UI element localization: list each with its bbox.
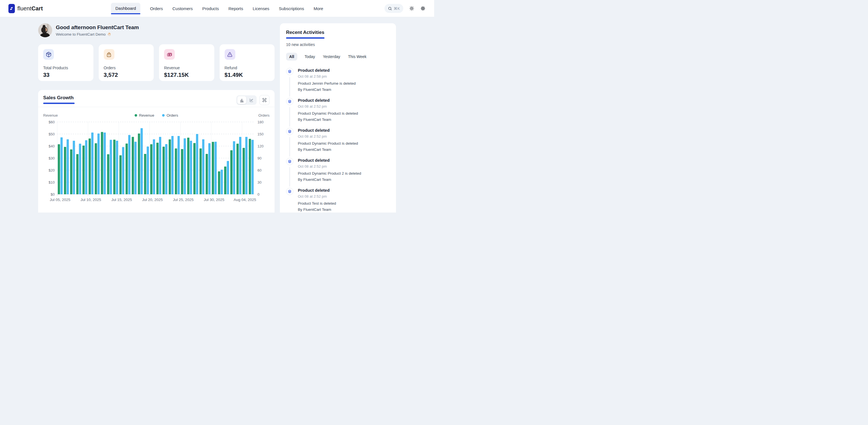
activity-title: Product deleted [298, 188, 336, 193]
brand-name: fluentCart [18, 5, 43, 12]
activity-title: Product deleted [298, 158, 361, 163]
title-underline [286, 37, 324, 39]
activities-tab-yesterday[interactable]: Yesterday [322, 53, 341, 61]
top-navigation-bar: fluentCart DashboardOrdersCustomersProdu… [0, 0, 434, 17]
greeting-title: Good afternoon FluentCart Team [56, 24, 139, 31]
activity-time: Oct 08 at 2:58 pm [298, 74, 355, 78]
stats-row: Total Products 33 Orders 3,572 Revenue $… [38, 44, 275, 81]
activity-circle [286, 98, 293, 105]
activity-description: Product Dynamic Product is deleted [298, 141, 358, 145]
layers-icon [288, 100, 292, 103]
layers-icon [288, 130, 292, 133]
stat-label: Orders [104, 66, 149, 70]
activity-title: Product deleted [298, 128, 358, 133]
topbar-actions: ⌘K [384, 4, 426, 13]
svg-text:90: 90 [257, 156, 261, 160]
activity-title: Product deleted [298, 68, 355, 73]
user-avatar[interactable] [38, 23, 52, 37]
svg-text:Jul 20, 2025: Jul 20, 2025 [142, 198, 163, 202]
activity-title: Product deleted [298, 98, 358, 103]
activities-list: Product deleted Oct 08 at 2:58 pm Produc… [286, 68, 390, 212]
activities-tab-today[interactable]: Today [304, 53, 315, 61]
focus-chart-button[interactable] [259, 95, 270, 105]
search-shortcut: ⌘K [394, 6, 400, 11]
left-axis-title: Revenue [43, 113, 63, 118]
nav-item-orders[interactable]: Orders [150, 6, 163, 11]
svg-text:$20: $20 [49, 168, 55, 172]
stat-card[interactable]: Orders 3,572 [99, 44, 154, 81]
chart-type-toggle [237, 95, 257, 105]
nav-item-products[interactable]: Products [202, 6, 219, 11]
layers-icon [288, 160, 292, 163]
stat-value: $127.15K [164, 72, 209, 78]
greeting-header: Good afternoon FluentCart Team Welcome t… [38, 23, 275, 37]
main-nav: DashboardOrdersCustomersProductsReportsL… [111, 0, 323, 17]
layers-icon [288, 69, 292, 73]
brand-logo[interactable]: fluentCart [8, 4, 43, 13]
layers-icon [288, 190, 292, 193]
greeting-subtitle: Welcome to FluentCart Demo [56, 32, 139, 36]
nav-item-dashboard[interactable]: Dashboard [111, 3, 141, 14]
sun-icon [409, 6, 414, 11]
stat-card[interactable]: Revenue $127.15K [159, 44, 214, 81]
line-chart-icon [249, 98, 254, 103]
line-chart-toggle-button[interactable] [247, 96, 256, 104]
activity-circle [286, 128, 293, 135]
stat-value: 33 [43, 72, 88, 78]
activities-tab-this-week[interactable]: This Week [347, 53, 367, 61]
fluentcart-logo-icon [8, 4, 15, 13]
stat-card[interactable]: Total Products 33 [38, 44, 93, 81]
chart-legend: Revenue Orders [63, 113, 250, 118]
chart-toolbar [237, 95, 270, 105]
activity-author: By FluentCart Team [298, 177, 361, 182]
svg-text:$30: $30 [49, 156, 55, 160]
activity-time: Oct 08 at 2:52 pm [298, 194, 336, 198]
package-icon [43, 49, 54, 60]
nav-item-licenses[interactable]: Licenses [253, 6, 269, 11]
activity-author: By FluentCart Team [298, 88, 355, 92]
nav-item-subscriptions[interactable]: Subscriptions [279, 6, 304, 11]
shopping-bag-icon [104, 49, 115, 60]
sales-chart-plot: $00$1030$2060$3090$40120$50150$60180Jul … [43, 118, 270, 205]
stat-label: Refund [225, 66, 270, 70]
svg-text:Jul 30, 2025: Jul 30, 2025 [204, 198, 224, 202]
settings-button[interactable] [420, 6, 426, 11]
activity-time: Oct 08 at 2:52 pm [298, 134, 358, 138]
nav-item-more[interactable]: More [314, 6, 323, 11]
legend-revenue[interactable]: Revenue [135, 113, 154, 118]
svg-text:180: 180 [257, 120, 264, 124]
bar-chart-toggle-button[interactable] [237, 96, 246, 104]
svg-text:30: 30 [257, 180, 261, 185]
svg-text:$40: $40 [49, 144, 55, 148]
activity-item[interactable]: Product deleted Oct 08 at 2:52 pm Produc… [286, 98, 390, 128]
activity-item[interactable]: Product deleted Oct 08 at 2:52 pm Produc… [286, 158, 390, 188]
svg-text:Jul 25, 2025: Jul 25, 2025 [173, 198, 194, 202]
activity-time: Oct 08 at 2:52 pm [298, 104, 358, 108]
svg-text:120: 120 [257, 144, 264, 148]
activity-circle [286, 188, 293, 195]
activity-item[interactable]: Product deleted Oct 08 at 2:58 pm Produc… [286, 68, 390, 98]
sales-chart: Revenue Revenue Orders Orders $00$1030$2… [38, 107, 275, 207]
theme-toggle-button[interactable] [409, 6, 414, 11]
stat-value: $1.49K [225, 72, 270, 78]
svg-text:Jul 15, 2025: Jul 15, 2025 [111, 198, 132, 202]
activity-author: By FluentCart Team [298, 118, 358, 122]
stat-card[interactable]: Refund $1.49K [220, 44, 275, 81]
legend-dot-revenue [135, 114, 137, 117]
svg-text:$60: $60 [49, 120, 55, 124]
activity-item[interactable]: Product deleted Oct 08 at 2:52 pm Produc… [286, 128, 390, 158]
activities-tab-all[interactable]: All [286, 53, 297, 61]
nav-item-reports[interactable]: Reports [228, 6, 243, 11]
title-underline [43, 103, 74, 104]
activity-description: Product Test is deleted [298, 201, 336, 205]
activity-circle [286, 68, 293, 75]
activity-circle [286, 158, 293, 165]
nav-item-customers[interactable]: Customers [173, 6, 193, 11]
banknote-icon [164, 49, 175, 60]
activity-time: Oct 08 at 2:52 pm [298, 164, 361, 168]
search-button[interactable]: ⌘K [384, 4, 403, 13]
svg-text:$10: $10 [49, 180, 55, 185]
activity-description: Product Jennin Perfume is deleted [298, 81, 355, 86]
legend-orders[interactable]: Orders [162, 113, 178, 118]
activity-item[interactable]: Product deleted Oct 08 at 2:52 pm Produc… [286, 188, 390, 212]
